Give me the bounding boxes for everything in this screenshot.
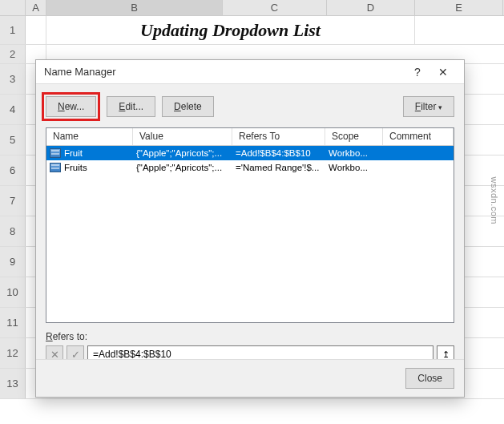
row-header-3[interactable]: 3 bbox=[0, 64, 26, 94]
refers-to-section: Refers to: ✕ ✓ ↥ bbox=[46, 331, 454, 363]
close-icon[interactable]: ✕ bbox=[430, 60, 456, 84]
row-header-6[interactable]: 6 bbox=[0, 155, 26, 185]
table-icon bbox=[50, 163, 61, 172]
name-row-fruits[interactable]: Fruits {"Apple";"Apricots";... ='Named R… bbox=[46, 160, 454, 175]
cell-a1[interactable] bbox=[26, 16, 46, 44]
row-header-8[interactable]: 8 bbox=[0, 216, 26, 246]
help-button[interactable]: ? bbox=[405, 60, 430, 84]
edit-button[interactable]: Edit... bbox=[107, 96, 155, 117]
select-all-corner[interactable] bbox=[0, 0, 26, 15]
col-comment[interactable]: Comment bbox=[383, 128, 454, 145]
col-header-a[interactable]: A bbox=[26, 0, 46, 15]
name-row-fruit[interactable]: Fruit {"Apple";"Apricots";... =Add!$B$4:… bbox=[46, 146, 454, 160]
row-header-11[interactable]: 11 bbox=[0, 308, 26, 337]
col-header-d[interactable]: D bbox=[327, 0, 415, 15]
delete-button[interactable]: Delete bbox=[162, 96, 214, 117]
table-icon bbox=[50, 148, 61, 158]
title-cell[interactable]: Updating Dropdown List bbox=[46, 16, 415, 44]
dialog-toolbar: New... Edit... Delete Filter bbox=[36, 84, 464, 127]
row-header-13[interactable]: 13 bbox=[0, 369, 26, 398]
col-value[interactable]: Value bbox=[133, 128, 232, 145]
dialog-footer: Close bbox=[36, 359, 464, 397]
grid-header: Name Value Refers To Scope Comment bbox=[46, 128, 454, 146]
name-manager-dialog: Name Manager ? ✕ New... Edit... Delete F… bbox=[35, 59, 465, 398]
row-header-2[interactable]: 2 bbox=[0, 45, 26, 63]
col-header-c[interactable]: C bbox=[223, 0, 327, 15]
col-header-e[interactable]: E bbox=[415, 0, 503, 15]
close-button[interactable]: Close bbox=[405, 368, 454, 389]
row-header-7[interactable]: 7 bbox=[0, 186, 26, 216]
row-header-9[interactable]: 9 bbox=[0, 247, 26, 277]
row-header-12[interactable]: 12 bbox=[0, 338, 26, 368]
watermark: wsxdn.com bbox=[490, 176, 499, 224]
row-header-4[interactable]: 4 bbox=[0, 95, 26, 124]
col-header-b[interactable]: B bbox=[46, 0, 223, 15]
dialog-titlebar: Name Manager ? ✕ bbox=[36, 60, 464, 84]
col-refers[interactable]: Refers To bbox=[232, 128, 325, 145]
names-grid: Name Value Refers To Scope Comment Fruit… bbox=[46, 127, 454, 323]
row-header-5[interactable]: 5 bbox=[0, 125, 26, 155]
dialog-title: Name Manager bbox=[44, 66, 116, 78]
row-1: 1 Updating Dropdown List bbox=[0, 16, 504, 45]
refers-to-label: Refers to: bbox=[46, 331, 454, 342]
row-header-1[interactable]: 1 bbox=[0, 16, 26, 44]
col-name[interactable]: Name bbox=[46, 128, 133, 145]
highlight-annotation: New... bbox=[42, 92, 100, 121]
new-button[interactable]: New... bbox=[46, 96, 96, 117]
col-scope[interactable]: Scope bbox=[325, 128, 383, 145]
column-headers: A B C D E bbox=[0, 0, 504, 16]
filter-button[interactable]: Filter bbox=[403, 96, 454, 117]
row-header-10[interactable]: 10 bbox=[0, 277, 26, 307]
